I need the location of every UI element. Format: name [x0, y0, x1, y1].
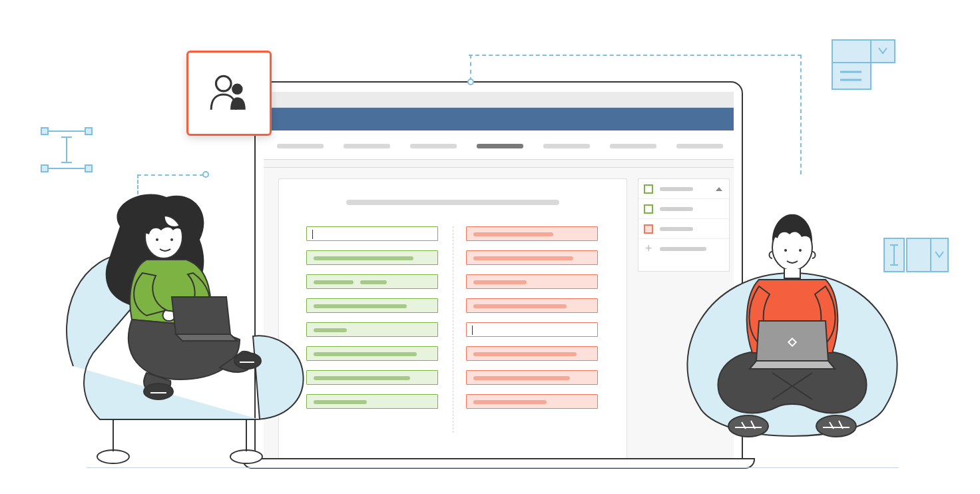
right-row[interactable] [466, 394, 598, 409]
panel-title-placeholder [346, 200, 559, 205]
connector-line [469, 55, 802, 56]
column-divider [453, 226, 453, 433]
left-row[interactable] [306, 346, 438, 361]
tab-active[interactable] [477, 144, 523, 148]
left-row[interactable] [306, 394, 438, 409]
connector-line [137, 174, 138, 194]
svg-point-30 [234, 353, 261, 369]
connector-line [137, 174, 204, 176]
left-row[interactable] [306, 322, 438, 337]
svg-rect-2 [41, 128, 48, 134]
people-badge [186, 51, 272, 136]
app-titlebar [264, 92, 734, 108]
right-row[interactable] [466, 298, 598, 313]
tab[interactable] [543, 144, 590, 148]
chevron-up-icon[interactable] [716, 187, 722, 191]
connector-node-icon [467, 79, 474, 85]
app-tabs-row [264, 130, 734, 160]
dropdown-panel-icon [831, 39, 897, 91]
color-swatch-icon [644, 184, 653, 194]
svg-point-27 [156, 238, 158, 241]
right-row[interactable] [466, 274, 598, 289]
svg-rect-5 [85, 165, 92, 172]
left-row[interactable] [306, 298, 438, 313]
svg-point-31 [728, 415, 768, 437]
svg-point-1 [232, 84, 243, 95]
color-swatch-icon [644, 204, 653, 214]
right-row[interactable] [466, 226, 598, 241]
connector-node-icon [202, 171, 209, 178]
right-row[interactable] [466, 370, 598, 385]
svg-rect-4 [41, 165, 48, 172]
svg-point-35 [799, 249, 802, 252]
svg-point-28 [170, 238, 173, 241]
svg-rect-11 [832, 40, 871, 63]
side-label-placeholder [660, 187, 693, 191]
svg-rect-3 [85, 128, 92, 134]
color-swatch-icon [644, 224, 653, 234]
svg-point-0 [216, 76, 231, 91]
svg-point-32 [816, 415, 856, 437]
people-group-icon [207, 71, 251, 115]
right-row[interactable] [466, 250, 598, 265]
svg-rect-12 [871, 40, 895, 63]
svg-rect-20 [907, 238, 931, 272]
left-row[interactable] [306, 274, 438, 289]
tab[interactable] [410, 144, 457, 148]
svg-point-34 [784, 249, 787, 252]
left-row[interactable] [306, 226, 438, 241]
connector-line [470, 55, 471, 81]
svg-point-23 [230, 450, 262, 463]
right-row[interactable] [466, 346, 598, 361]
right-row[interactable] [466, 322, 598, 337]
text-frame-icon [40, 126, 93, 173]
svg-rect-13 [832, 63, 871, 89]
tab[interactable] [344, 144, 390, 148]
left-row[interactable] [306, 370, 438, 385]
person-left-illustration [60, 193, 313, 473]
svg-point-29 [144, 383, 173, 399]
svg-point-22 [97, 450, 129, 463]
tab[interactable] [610, 144, 656, 148]
side-item[interactable] [638, 179, 729, 199]
tab[interactable] [676, 144, 723, 148]
person-right-illustration [679, 206, 905, 473]
plus-icon: + [645, 244, 654, 254]
svg-rect-21 [931, 238, 948, 272]
connector-line [800, 55, 802, 174]
left-row[interactable] [306, 250, 438, 265]
app-subbar [264, 160, 734, 168]
tab[interactable] [277, 144, 324, 148]
app-ribbon [264, 108, 734, 130]
